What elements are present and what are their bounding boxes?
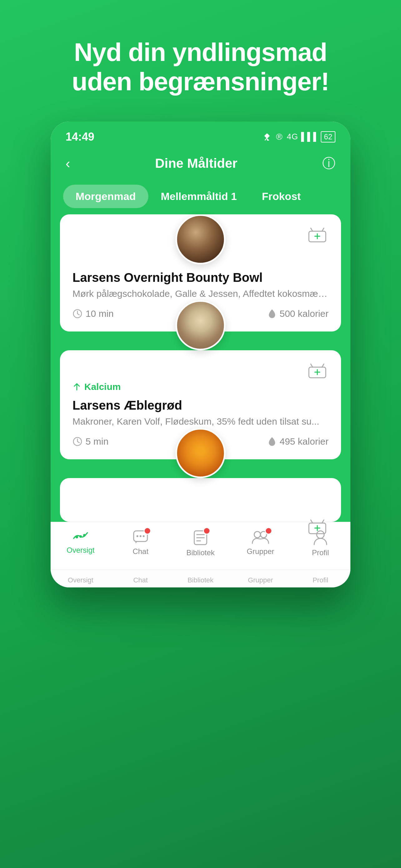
phone-frame: 14:49 ® 4G▐▐▐ 62 ‹ Dine Måltider ⓘ Morge…: [51, 122, 350, 587]
bnp-profil: Profil: [302, 576, 339, 584]
nav-chat[interactable]: Chat: [122, 530, 159, 557]
svg-point-17: [79, 535, 82, 538]
nav-bibliotek[interactable]: Bibliotek: [182, 530, 219, 557]
bibliotek-badge: [203, 527, 210, 535]
card-3-image: [175, 428, 226, 478]
svg-point-16: [75, 536, 78, 538]
info-button[interactable]: ⓘ: [322, 155, 335, 172]
bnp-bibliotek: Bibliotek: [182, 576, 219, 584]
add-to-basket-button-1[interactable]: [306, 224, 329, 246]
card-2-desc: Makroner, Karen Volf, Flødeskum, 35% fed…: [72, 416, 329, 427]
chat-label: Chat: [133, 547, 149, 556]
app-header: ‹ Dine Måltider ⓘ: [51, 148, 350, 182]
bnp-chat: Chat: [122, 576, 159, 584]
content-area: Larsens Overnight Bounty Bowl Mørk pålæg…: [51, 214, 350, 522]
nav-grupper[interactable]: Grupper: [242, 530, 279, 557]
meal-tabs: Morgenmad Mellemmåltid 1 Frokost: [51, 182, 350, 217]
card-1-image: [175, 214, 226, 264]
card-3-container: [60, 478, 341, 522]
card-2-title: Larsens Æblegrød: [72, 398, 329, 412]
card-2-image: [175, 300, 226, 350]
battery-icon: 62: [321, 131, 335, 143]
tab-morgenmad[interactable]: Morgenmad: [63, 185, 148, 208]
nav-profil[interactable]: Profil: [302, 530, 339, 557]
back-button[interactable]: ‹: [66, 156, 70, 171]
badge-kalcium: Kalcium: [72, 381, 329, 392]
card-2-image-wrapper: [60, 300, 341, 350]
add-to-basket-button-2[interactable]: [306, 360, 329, 382]
status-time: 14:49: [66, 130, 94, 144]
svg-point-29: [317, 531, 324, 538]
grupper-label: Grupper: [247, 547, 274, 556]
bottom-nav-partial: Oversigt Chat Bibliotek Grupper Profil: [51, 569, 350, 587]
card-3-image-wrapper: [60, 428, 341, 478]
svg-point-21: [140, 535, 141, 537]
bottom-nav: Oversigt Chat: [51, 522, 350, 569]
svg-point-27: [254, 531, 261, 538]
chat-badge: [144, 527, 151, 535]
nav-oversigt[interactable]: Oversigt: [62, 530, 99, 557]
page-title: Dine Måltider: [155, 156, 237, 171]
grupper-badge: [265, 527, 272, 535]
bibliotek-label: Bibliotek: [187, 548, 215, 557]
profil-label: Profil: [312, 548, 329, 557]
chat-icon-wrap: [132, 530, 149, 545]
svg-point-22: [143, 535, 144, 537]
status-icons: ® 4G▐▐▐ 62: [262, 131, 335, 143]
card-1-image-wrapper: [72, 214, 329, 264]
profil-icon: [313, 530, 328, 546]
meal-card-3: [60, 478, 341, 522]
bnp-grupper: Grupper: [242, 576, 279, 584]
tab-frokost[interactable]: Frokost: [249, 185, 313, 208]
card-1-desc: Mørk pålægschokolade, Galle & Jessen, Af…: [72, 288, 329, 299]
signal-icon: 4G▐▐▐: [287, 132, 316, 142]
profil-icon-wrap: [313, 530, 328, 546]
bottom-spacer: [0, 587, 401, 650]
oversigt-label: Oversigt: [67, 546, 94, 555]
svg-point-18: [83, 534, 86, 536]
grupper-icon-wrap: [251, 530, 270, 545]
registered-icon: ®: [276, 132, 282, 142]
svg-point-20: [136, 535, 138, 537]
oversigt-icon: [72, 530, 89, 544]
hero-text: Nyd din yndlingsmad uden begrænsninger!: [47, 0, 354, 122]
bnp-oversigt: Oversigt: [62, 576, 99, 584]
status-bar: 14:49 ® 4G▐▐▐ 62: [51, 122, 350, 148]
tab-mellemmaltid[interactable]: Mellemmåltid 1: [148, 185, 249, 208]
svg-line-0: [265, 138, 267, 140]
card-1-title: Larsens Overnight Bounty Bowl: [72, 271, 329, 285]
bluetooth-icon: [262, 133, 272, 141]
oversigt-icon-wrap: [72, 530, 89, 544]
bibliotek-icon-wrap: [193, 530, 208, 546]
